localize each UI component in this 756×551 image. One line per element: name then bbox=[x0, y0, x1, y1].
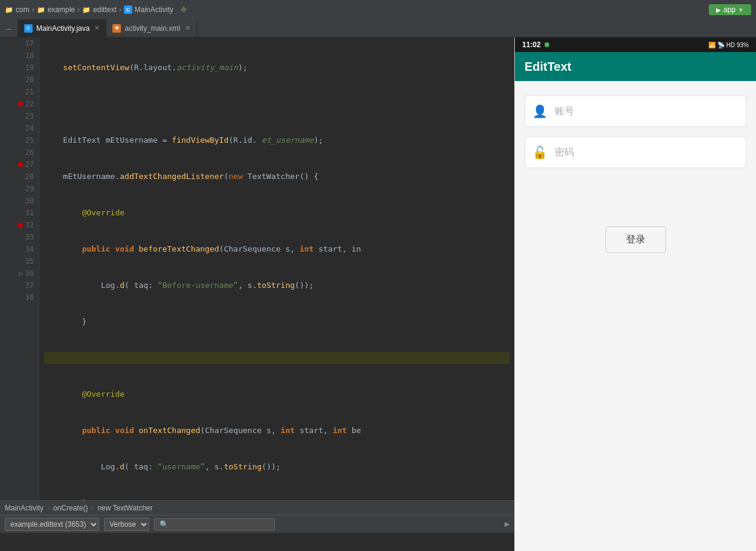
code-line-21: @Override bbox=[44, 207, 509, 219]
code-line-25 bbox=[44, 352, 509, 364]
bc-oncreate: onCreate() bbox=[53, 504, 88, 512]
log-level-select[interactable]: Verbose bbox=[104, 518, 149, 531]
folder-icon: 📁 bbox=[5, 6, 13, 14]
code-line-19: EditText mEtUsername = findViewById(R.id… bbox=[44, 134, 509, 146]
account-placeholder: 账号 bbox=[555, 105, 574, 118]
ln-33: 33 bbox=[12, 231, 34, 243]
bc-textwatcher: new TextWatcher bbox=[97, 504, 152, 512]
account-input-field[interactable]: 👤 账号 bbox=[525, 96, 746, 127]
code-line-23: Log.d( taq: “Before-username”, s.toStrin… bbox=[44, 279, 509, 292]
folder-icon-2: 📁 bbox=[37, 6, 45, 14]
ln-25: 25 bbox=[12, 134, 34, 146]
account-icon: 👤 bbox=[532, 104, 548, 119]
battery-text: HD 93% bbox=[726, 42, 749, 48]
ln-20: 20 bbox=[12, 74, 34, 86]
breadcrumb-sep-3: › bbox=[119, 5, 121, 14]
tab-close-xml[interactable]: ✕ bbox=[185, 24, 190, 32]
breadcrumb-edittext-label: edittext bbox=[93, 5, 117, 14]
run-button-label: app bbox=[723, 5, 735, 14]
phone-app-bar: EditText bbox=[515, 52, 756, 81]
breakpoint-gutter bbox=[0, 37, 12, 500]
breadcrumb-mainactivity-label: MainActivity bbox=[135, 5, 173, 14]
code-line-28: Log.d( taq: “username”, s.toString()); bbox=[44, 461, 509, 473]
class-icon: C bbox=[124, 5, 132, 14]
line-numbers: 17 18 19 20 21 22 23 24 25 26 27 28 bbox=[12, 37, 39, 500]
status-icons: 📶 📡 HD 93% bbox=[708, 42, 749, 48]
ln-26: 26 bbox=[12, 146, 34, 158]
tab-close-java[interactable]: ✕ bbox=[94, 24, 100, 32]
code-editor[interactable]: 17 18 19 20 21 22 23 24 25 26 27 28 bbox=[0, 37, 514, 551]
phone-panel: 11:02 📶 📡 HD 93% EditText 👤 账号 🔓 密码 bbox=[514, 37, 756, 551]
status-time: 11:02 bbox=[522, 41, 541, 49]
breadcrumb-edittext: 📁 edittext bbox=[82, 5, 117, 14]
code-content: 17 18 19 20 21 22 23 24 25 26 27 28 bbox=[0, 37, 514, 500]
wifi-icon: 📡 bbox=[717, 42, 725, 48]
folder-icon-3: 📁 bbox=[82, 6, 91, 14]
breadcrumb-mainactivity: C MainActivity bbox=[124, 5, 173, 14]
ln-35: 35 bbox=[12, 255, 34, 267]
code-line-22: public void beforeTextChanged(CharSequen… bbox=[44, 243, 509, 255]
ln-24: 24 bbox=[12, 122, 34, 134]
password-placeholder: 密码 bbox=[555, 146, 574, 159]
main-area: 17 18 19 20 21 22 23 24 25 26 27 28 bbox=[0, 37, 756, 551]
ln-29: 29 bbox=[12, 183, 34, 195]
phone-content: 👤 账号 🔓 密码 登录 bbox=[515, 81, 756, 551]
breadcrumb-sep-2: › bbox=[77, 5, 80, 14]
code-line-17: setContentView(R.layout.activity_main); bbox=[44, 62, 509, 74]
ln-22: 22 bbox=[12, 98, 34, 110]
ln-31: 31 bbox=[12, 207, 34, 219]
bc-sep-1: › bbox=[47, 504, 50, 512]
tab-mainactivity-label: MainActivity.java bbox=[36, 24, 89, 33]
status-indicator-dot bbox=[544, 42, 549, 47]
breadcrumb-example-label: example bbox=[48, 5, 75, 14]
xml-file-icon: ✤ bbox=[112, 24, 121, 33]
code-lines[interactable]: setContentView(R.layout.activity_main); … bbox=[39, 37, 514, 500]
breadcrumb-com: 📁 com bbox=[5, 5, 30, 14]
ln-32: 32 bbox=[12, 219, 34, 231]
tab-mainactivity-java[interactable]: C MainActivity.java ✕ bbox=[18, 19, 106, 37]
code-line-18 bbox=[44, 98, 509, 110]
code-scroll-area[interactable]: 17 18 19 20 21 22 23 24 25 26 27 28 bbox=[0, 37, 514, 500]
login-button-label: 登录 bbox=[626, 233, 645, 246]
bc-mainactivity: MainActivity bbox=[5, 504, 44, 512]
signal-icon: 📶 bbox=[708, 42, 716, 48]
ln-27: 27 bbox=[12, 158, 34, 171]
code-line-24: } bbox=[44, 316, 509, 328]
tab-bar: — C MainActivity.java ✕ ✤ activity_main.… bbox=[0, 19, 756, 37]
code-line-26: @Override bbox=[44, 388, 509, 400]
bc-sep-2: › bbox=[91, 504, 94, 512]
ln-37: 37 bbox=[12, 279, 34, 292]
log-area: example.edittext (3653) Verbose ▶ bbox=[0, 515, 514, 551]
code-line-20: mEtUsername.addTextChangedListener(new T… bbox=[44, 171, 509, 183]
top-bar: 📁 com › 📁 example › 📁 edittext › C MainA… bbox=[0, 0, 756, 19]
ln-38: 38 bbox=[12, 292, 34, 304]
sidebar-toggle-button[interactable]: — bbox=[0, 19, 18, 37]
log-filter-select[interactable]: example.edittext (3653) bbox=[5, 518, 99, 531]
ln-23: 23 bbox=[12, 110, 34, 122]
code-line-27: public void onTextChanged(CharSequence s… bbox=[44, 425, 509, 437]
ln-34: 34 bbox=[12, 243, 34, 255]
tab-xml-label: activity_main.xml bbox=[124, 24, 179, 33]
ln-19: 19 bbox=[12, 62, 34, 74]
breadcrumb-example: 📁 example bbox=[37, 5, 75, 14]
login-button[interactable]: 登录 bbox=[606, 226, 666, 253]
ln-18: 18 bbox=[12, 50, 34, 62]
password-input-field[interactable]: 🔓 密码 bbox=[525, 137, 746, 168]
log-overflow-indicator: ▶ bbox=[505, 520, 509, 528]
run-button[interactable]: app ▼ bbox=[709, 4, 751, 15]
ln-17: 17 bbox=[12, 37, 34, 50]
ln-30: 30 bbox=[12, 195, 34, 207]
breadcrumb-com-label: com bbox=[16, 5, 30, 14]
ln-21: 21 bbox=[12, 86, 34, 98]
java-file-icon: C bbox=[24, 24, 33, 33]
log-search-input[interactable] bbox=[154, 518, 275, 530]
app-title: EditText bbox=[525, 60, 571, 74]
lock-icon: 🔓 bbox=[532, 145, 548, 160]
ln-36: ▷36 bbox=[12, 267, 34, 279]
breadcrumb-sep-1: › bbox=[32, 5, 34, 14]
breadcrumb: 📁 com › 📁 example › 📁 edittext › C MainA… bbox=[5, 5, 706, 14]
log-toolbar: example.edittext (3653) Verbose ▶ bbox=[0, 515, 514, 533]
ln-28: 28 bbox=[12, 171, 34, 183]
code-breadcrumb: MainActivity › onCreate() › new TextWatc… bbox=[0, 500, 514, 515]
tab-activity-main-xml[interactable]: ✤ activity_main.xml ✕ bbox=[106, 19, 196, 37]
